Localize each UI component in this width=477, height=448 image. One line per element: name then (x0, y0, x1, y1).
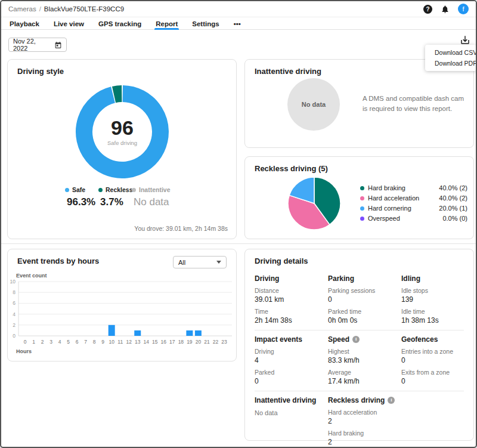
driving-style-donut-chart: 96 Safe driving (73, 83, 171, 181)
svg-text:13: 13 (135, 339, 141, 345)
detail-value: 0 (328, 295, 401, 304)
breadcrumb: Cameras / BlackVue750LTE-F39CC9 (8, 5, 124, 13)
help-icon[interactable]: ? (423, 5, 432, 14)
svg-text:5: 5 (67, 339, 70, 345)
legend-item-hard-acceleration: Hard acceleration40.0% (2) (360, 194, 467, 202)
date-picker[interactable]: Nov 22, 2022 (8, 38, 67, 52)
donut-segment-reckless (114, 94, 122, 95)
svg-text:22: 22 (213, 339, 219, 345)
details-section-geofences: GeofencesEntries into a zone0Exits from … (401, 335, 464, 385)
tab-playback[interactable]: Playback (10, 18, 39, 29)
svg-text:12: 12 (126, 339, 132, 345)
svg-text:18: 18 (178, 339, 184, 345)
card-title: Reckless driving (5) (255, 164, 328, 173)
breadcrumb-separator: / (39, 5, 41, 13)
menu-item-download-csv[interactable]: Download CSV (425, 47, 476, 58)
event-trends-card: Event trends by hours All Event count 02… (7, 249, 237, 362)
detail-value: 0 (401, 377, 464, 385)
detail-label: Parked (255, 369, 328, 376)
detail-label: Hard acceleration (328, 409, 401, 416)
section-title: Parking (328, 274, 401, 283)
svg-text:14: 14 (144, 339, 150, 345)
legend-reckless: Reckless 3.7% (98, 186, 133, 208)
event-trends-bar-chart: 0246810012345678910111213141516171819202… (8, 277, 237, 350)
event-type-filter-dropdown[interactable]: All (173, 256, 227, 268)
section-title: Impact events (255, 335, 328, 344)
bell-icon[interactable] (441, 5, 450, 14)
donut-segment-safe (84, 94, 160, 170)
detail-label: Time (255, 308, 328, 315)
tab-settings[interactable]: Settings (192, 18, 219, 29)
svg-text:20: 20 (196, 339, 202, 345)
svg-text:16: 16 (161, 339, 167, 345)
inattentive-value: No data (134, 196, 171, 208)
bar-hour-19 (186, 330, 193, 336)
svg-text:4: 4 (58, 339, 61, 345)
bar-hour-20 (195, 330, 202, 336)
card-title: Driving style (17, 67, 64, 76)
legend-item-overspeed: Overspeed0.0% (0) (360, 215, 467, 222)
tab-live-view[interactable]: Live view (54, 18, 84, 29)
detail-label: Exits from a zone (401, 369, 464, 376)
svg-text:10: 10 (10, 279, 16, 285)
svg-text:0: 0 (24, 339, 27, 345)
details-section-parking: ParkingParking sessions0Parked time0h 0m… (328, 274, 401, 325)
legend-item-hard-braking: Hard braking40.0% (2) (360, 184, 467, 191)
reckless-dot (98, 188, 103, 192)
tab-gps-tracking[interactable]: GPS tracking (98, 18, 141, 29)
details-section-idling: IdlingIdle stops139Idle time1h 38m 13s (401, 274, 464, 325)
detail-label: Average (328, 369, 401, 376)
detail-value: 1h 38m 13s (401, 316, 464, 325)
svg-text:15: 15 (152, 339, 158, 345)
bar-hour-10 (109, 325, 115, 336)
detail-label: Hard braking (328, 430, 401, 437)
svg-text:6: 6 (13, 300, 16, 306)
svg-text:23: 23 (221, 339, 227, 345)
tab-report[interactable]: Report (156, 18, 178, 29)
detail-label: Idle stops (401, 287, 464, 294)
driving-details-grid: DrivingDistance39.01 kmTime2h 14m 38sPar… (255, 270, 464, 448)
detail-label: Distance (255, 287, 328, 294)
menu-item-label: Download CSV (435, 49, 477, 56)
avatar[interactable]: f (458, 4, 469, 14)
svg-text:0: 0 (13, 333, 16, 339)
menu-item-download-pdf[interactable]: Download PDF (425, 58, 476, 69)
driving-details-card: Driving details DrivingDistance39.01 kmT… (244, 249, 474, 441)
legend-label: Hard braking (368, 184, 405, 191)
svg-text:2: 2 (13, 322, 16, 328)
detail-value: 2 (328, 438, 401, 446)
details-section-reckless-driving: Reckless drivingiHard acceleration2Hard … (328, 396, 401, 448)
tab-more[interactable]: ••• (234, 18, 241, 29)
svg-text:4: 4 (13, 311, 16, 317)
legend-label: Inattentive (139, 186, 171, 193)
svg-text:8: 8 (93, 339, 96, 345)
svg-text:2: 2 (41, 339, 44, 345)
download-icon[interactable] (460, 35, 470, 45)
no-data-note: No data (255, 409, 328, 416)
detail-label: Entries into a zone (401, 348, 464, 355)
breadcrumb-device-name: BlackVue750LTE-F39CC9 (44, 5, 124, 13)
legend-value: 20.0% (1) (439, 205, 467, 212)
reckless-driving-card: Reckless driving (5) Hard braking40.0% (… (244, 156, 474, 239)
breadcrumb-cameras-link[interactable]: Cameras (8, 5, 36, 13)
svg-text:3: 3 (49, 339, 52, 345)
svg-text:9: 9 (101, 339, 104, 345)
overspeed-dot (360, 217, 364, 221)
detail-value: 17.4 km/h (328, 377, 401, 385)
section-title: Inattentive driving (255, 396, 328, 404)
card-title: Inattentive driving (255, 67, 321, 76)
svg-text:17: 17 (169, 339, 175, 345)
detail-value: 0h 0m 0s (328, 316, 401, 325)
hard-acceleration-dot (360, 196, 364, 200)
info-icon[interactable]: i (352, 336, 360, 343)
info-icon[interactable]: i (388, 397, 395, 404)
svg-text:21: 21 (204, 339, 210, 345)
legend-label: Hard cornering (368, 205, 411, 212)
download-menu: Download CSV Download PDF (425, 45, 476, 71)
no-data-circle: No data (287, 78, 340, 131)
card-title: Driving details (255, 257, 308, 265)
details-section-inattentive-driving: Inattentive drivingNo data (255, 396, 328, 448)
details-section-speed: SpeediHighest83.3 km/hAverage17.4 km/h (328, 335, 401, 385)
details-row: DrivingDistance39.01 kmTime2h 14m 38sPar… (255, 270, 464, 330)
card-title: Event trends by hours (17, 257, 99, 265)
